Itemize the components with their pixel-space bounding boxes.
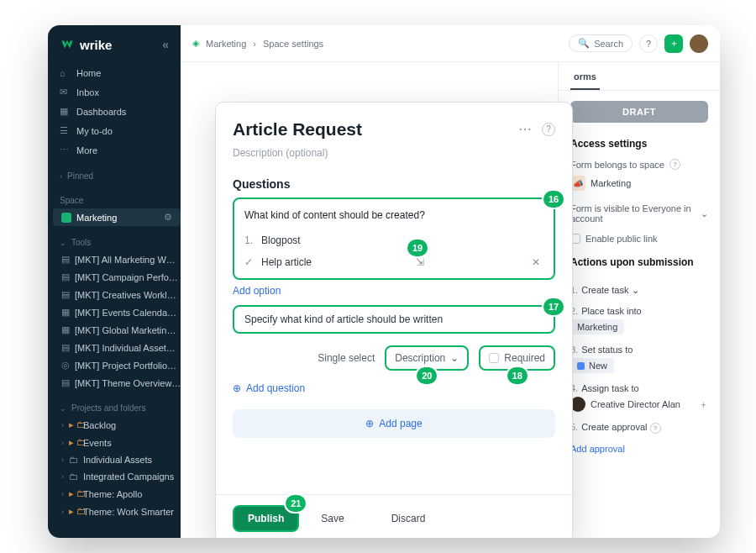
- option-number: 1.: [244, 234, 255, 246]
- nav-inbox[interactable]: ✉Inbox: [48, 82, 181, 102]
- section-space: Space: [48, 184, 181, 208]
- chip-value[interactable]: Marketing: [570, 319, 624, 334]
- flag-icon: ◈: [192, 38, 199, 49]
- help-icon[interactable]: ?: [542, 123, 555, 136]
- nav-more[interactable]: ⋯More: [48, 140, 181, 160]
- callout-20: 20: [417, 367, 437, 384]
- help-button[interactable]: ?: [639, 34, 658, 53]
- modal-header: Article Request ⋯ ?: [216, 118, 572, 140]
- plus-icon: ⊕: [365, 418, 374, 429]
- modal-title[interactable]: Article Request: [233, 119, 515, 140]
- question-block[interactable]: 16 What kind of content should be create…: [233, 198, 555, 280]
- tool-icon: ▤: [61, 342, 70, 353]
- space-label: Marketing: [76, 213, 117, 223]
- help-icon[interactable]: ?: [669, 159, 680, 170]
- tool-item[interactable]: ▦[MKT] Events Calenda…: [53, 303, 181, 321]
- save-button[interactable]: Save: [307, 507, 357, 530]
- avatar[interactable]: [690, 34, 708, 53]
- add-icon[interactable]: ＋: [699, 398, 708, 411]
- step-label: Set status to: [581, 345, 633, 355]
- breadcrumb-page[interactable]: Space settings: [263, 39, 323, 49]
- chevron-icon: ›: [61, 456, 64, 464]
- discard-button[interactable]: Discard: [378, 507, 439, 530]
- folder-item[interactable]: ›▸ 🗀Events: [53, 434, 181, 451]
- folder-item[interactable]: ›🗀Individual Assets: [53, 451, 181, 468]
- gear-icon[interactable]: ⚙: [164, 212, 172, 223]
- help-text-field[interactable]: 17 Specify what kind of article should b…: [233, 305, 555, 334]
- option-label: Help article: [261, 256, 312, 268]
- folder-icon: ▸ 🗀: [69, 419, 78, 430]
- chevron-icon: ›: [61, 472, 64, 481]
- public-link-toggle[interactable]: Enable public link: [570, 231, 708, 246]
- tool-label: [MKT] All Marketing W…: [75, 255, 176, 265]
- step-label: Assign task to: [581, 383, 638, 393]
- publish-button[interactable]: Publish 21: [233, 505, 299, 532]
- section-pinned[interactable]: ›Pinned: [48, 160, 181, 184]
- space-marketing[interactable]: Marketing⚙: [53, 208, 181, 226]
- section-label: Projects and folders: [71, 403, 145, 413]
- tool-item[interactable]: ▦[MKT] Global Marketin…: [53, 321, 181, 339]
- checkbox[interactable]: [489, 353, 499, 363]
- option-label: Blogpost: [261, 234, 301, 246]
- nav-home[interactable]: ⌂Home: [48, 64, 181, 82]
- chip-status[interactable]: New: [570, 358, 614, 373]
- inbox-icon: ✉: [60, 87, 70, 97]
- question-title[interactable]: What kind of content should be created?: [244, 206, 543, 229]
- folder-label: Integrated Campaigns: [83, 471, 174, 482]
- section-heading: Access settings: [570, 138, 708, 150]
- actions-settings: Actions upon submission: [559, 251, 720, 280]
- add-page-button[interactable]: ⊕Add page: [233, 409, 555, 438]
- answer-destination-dropdown[interactable]: Description⌄ 20: [385, 345, 469, 371]
- description-field[interactable]: Description (optional): [216, 140, 572, 159]
- folder-item[interactable]: ›▸ 🗀Backlog: [53, 416, 181, 434]
- chevron-down-icon[interactable]: ⌄: [632, 285, 639, 295]
- folder-item[interactable]: ›🗀Integrated Campaigns: [53, 468, 181, 485]
- help-icon[interactable]: ?: [650, 423, 661, 434]
- chevron-icon: ›: [61, 490, 64, 498]
- field-type-row: Single select Description⌄ 20 Required 1…: [233, 345, 555, 371]
- chevron-icon: ›: [61, 508, 64, 516]
- step-approval: 5.Create approval ?: [570, 417, 708, 439]
- field-type-label: Single select: [318, 352, 375, 364]
- folder-item[interactable]: ›▸ 🗀Theme: Work Smarter: [53, 503, 181, 520]
- tool-item[interactable]: ▤[MKT] All Marketing W…: [53, 250, 181, 268]
- dropdown-value: Description: [395, 352, 445, 364]
- top-bar: ◈ Marketing › Space settings 🔍Search ? ＋: [181, 25, 720, 62]
- section-tools[interactable]: ⌄Tools: [48, 226, 181, 250]
- section-projects[interactable]: ⌄Projects and folders: [48, 392, 181, 416]
- required-toggle[interactable]: Required 18: [479, 345, 555, 371]
- collapse-icon[interactable]: «: [162, 38, 169, 51]
- nav-label: Home: [76, 68, 101, 78]
- nav-dashboards[interactable]: ▦Dashboards: [48, 102, 181, 121]
- belongs-line: Form belongs to space?: [570, 156, 708, 172]
- breadcrumb-space[interactable]: Marketing: [206, 39, 246, 49]
- tool-item[interactable]: ▤[MKT] Individual Asset…: [53, 339, 181, 356]
- logo-text: wrike: [80, 38, 112, 52]
- callout-21: 21: [286, 495, 306, 512]
- option-1[interactable]: 1.Blogpost: [244, 229, 543, 251]
- more-menu-icon[interactable]: ⋯: [515, 118, 535, 140]
- modal-footer: Publish 21 Save Discard: [216, 494, 572, 538]
- space-chip[interactable]: 📣Marketing: [570, 172, 708, 194]
- tab-forms[interactable]: orms: [570, 65, 600, 90]
- tool-item[interactable]: ▤[MKT] Campaign Perfo…: [53, 268, 181, 286]
- folder-icon: ▸ 🗀: [69, 506, 78, 517]
- remove-option-icon[interactable]: ✕: [528, 256, 543, 268]
- tool-icon: ▤: [61, 289, 70, 300]
- tool-item[interactable]: ▤[MKT] Creatives Workl…: [53, 286, 181, 303]
- tool-item[interactable]: ◎[MKT] Project Portfolio…: [53, 356, 181, 374]
- label: Publish: [248, 513, 284, 524]
- option-2[interactable]: ✓Help article ⇲19 ✕: [244, 251, 543, 273]
- folder-icon: 🗀: [69, 471, 78, 482]
- nav-mytodo[interactable]: ☰My to-do: [48, 121, 181, 140]
- assignee[interactable]: Creative Director Alan＋: [570, 397, 708, 412]
- add-option-link[interactable]: Add option: [216, 280, 572, 302]
- tool-label: [MKT] Theme Overview…: [75, 378, 181, 388]
- branch-icon[interactable]: ⇲19: [416, 256, 424, 268]
- create-button[interactable]: ＋: [664, 34, 683, 53]
- search-button[interactable]: 🔍Search: [569, 34, 633, 52]
- add-approval-link[interactable]: Add approval: [570, 444, 625, 454]
- visibility-select[interactable]: Form is visible to Everyone in account⌄: [570, 201, 708, 226]
- tool-item[interactable]: ▤[MKT] Theme Overview…: [53, 374, 181, 392]
- folder-item[interactable]: ›▸ 🗀Theme: Apollo: [53, 485, 181, 503]
